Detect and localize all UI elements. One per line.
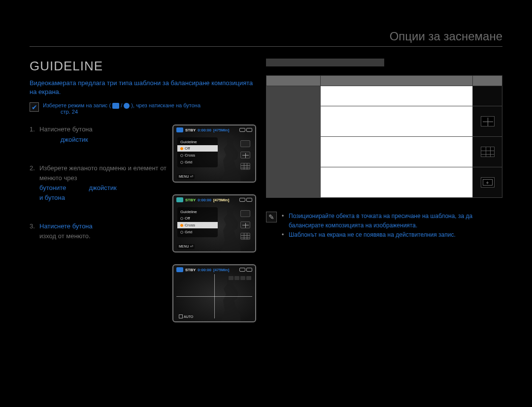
- opt-icon-cell: [473, 86, 502, 106]
- page-ref: стр. 24: [61, 109, 78, 115]
- opt-name: [266, 167, 321, 198]
- preselect-suffix: ), чрез натискане на бутона: [131, 102, 200, 108]
- radio-off-icon: [180, 217, 183, 220]
- photo-mode-icon: [124, 103, 130, 109]
- mode-icons: [112, 103, 119, 109]
- icon-cross: [240, 221, 250, 228]
- mode-icons-2: [124, 103, 130, 109]
- stby-label: STBY: [185, 198, 196, 202]
- menu-item-cross[interactable]: Cross: [177, 152, 218, 158]
- camscreen-menu-off-selected: STBY 0:00:00 [475Min] Guideline Off Cros…: [172, 125, 256, 183]
- section-blurb: Видеокамерата предлага три типа шаблони …: [30, 79, 256, 96]
- notes: ✎ Позиционирайте обекта в точката на пре…: [266, 212, 502, 240]
- menu-item-label: Off: [185, 216, 190, 220]
- step-num: 3.: [30, 221, 36, 241]
- table-row: [266, 86, 502, 106]
- auto-indicator: AUTO: [177, 314, 195, 319]
- table-head-row: [266, 76, 502, 86]
- step2-b: бутоните: [39, 184, 68, 191]
- rec-indicators: [229, 276, 251, 280]
- video-mode-icon: [176, 267, 183, 272]
- step3-a: Натиснете бутона: [39, 222, 93, 230]
- opt-icon-cell: [473, 106, 502, 137]
- sd-icon: [239, 198, 245, 202]
- step-body: Изберете желаното подменю и елемент от м…: [39, 163, 167, 203]
- radio-on-icon: [180, 224, 183, 227]
- indicator-icon: [246, 276, 251, 280]
- table-row: [266, 106, 502, 137]
- chapter-title: Опции за заснемане: [30, 30, 502, 43]
- icon-none: [240, 210, 250, 217]
- osd-menu-title: Guideline: [177, 139, 218, 145]
- step1-b: джойстик: [61, 136, 88, 143]
- step1-a: Натиснете бутона: [39, 125, 93, 133]
- icon-none: [240, 140, 250, 147]
- menu-button[interactable]: MENU ⏎: [177, 174, 195, 179]
- radio-off-icon: [180, 161, 183, 164]
- video-mode-icon: [176, 197, 183, 202]
- opt-name: [266, 106, 321, 137]
- menu-item-off[interactable]: Off: [177, 215, 218, 221]
- step3-b: изход от менюто.: [39, 232, 91, 240]
- menu-item-label: Grid: [185, 230, 192, 234]
- menu-item-grid[interactable]: Grid: [177, 159, 218, 165]
- step2-a: Изберете желаното подменю и елемент от м…: [39, 164, 166, 182]
- remain-label: [475Min]: [213, 268, 229, 272]
- right-column: + ✎ Позиционирайте обекта в точката на п…: [266, 59, 502, 322]
- note-list: Позиционирайте обекта в точката на преси…: [282, 212, 502, 240]
- indicator-icon: [240, 276, 245, 280]
- cam-statusbar: STBY 0:00:00 [475Min]: [176, 127, 252, 132]
- opt-icon-cell: [473, 137, 502, 167]
- preselect-text: Изберете режим на запис ( / ), чрез нати…: [43, 102, 200, 115]
- step-body: Натиснете бутона xxxxxx джойстик: [39, 125, 93, 144]
- opt-icon-cell: +: [473, 167, 502, 198]
- col-icon: [473, 76, 502, 86]
- cam-statusbar: STBY 0:00:00 [475Min]: [176, 267, 252, 272]
- opt-desc: [321, 86, 473, 106]
- menu-item-cross[interactable]: Cross: [177, 222, 218, 228]
- menu-item-grid[interactable]: Grid: [177, 229, 218, 235]
- opt-name: [266, 137, 321, 167]
- icon-cross: [240, 152, 250, 158]
- note-icon: ✎: [266, 212, 277, 222]
- icon-grid: [240, 163, 250, 170]
- step2-d: и бутона: [39, 194, 65, 201]
- menu-preview-icons: [240, 140, 250, 170]
- cam-screens: STBY 0:00:00 [475Min] Guideline Off Cros…: [172, 125, 256, 322]
- radio-off-icon: [180, 154, 183, 157]
- preselect-row: ✔ Изберете режим на запис ( / ), чрез на…: [30, 102, 256, 115]
- preselect-prefix: Изберете режим на запис (: [43, 102, 111, 108]
- step2-c: джойстик: [89, 184, 116, 191]
- cross-icon: [481, 116, 495, 126]
- col-name: [266, 76, 321, 86]
- cam-top-icons: [239, 128, 252, 132]
- steps-text: 1. Натиснете бутона xxxxxx джойстик 2. И…: [30, 125, 167, 322]
- col-desc: [321, 76, 473, 86]
- battery-icon: [246, 198, 252, 202]
- step-num: 2.: [30, 163, 36, 203]
- remain-label: [475Min]: [213, 128, 229, 132]
- video-mode-icon: [112, 103, 119, 109]
- menu-button[interactable]: MENU ⏎: [177, 244, 195, 249]
- radio-on-icon: [180, 147, 183, 150]
- time-label: 0:00:00: [198, 268, 211, 272]
- step-3: 3. Натиснете бутона изход от менюто.: [30, 221, 167, 241]
- step-1: 1. Натиснете бутона xxxxxx джойстик: [30, 125, 167, 144]
- note-item: Позиционирайте обекта в точката на преси…: [282, 212, 502, 230]
- menu-item-off[interactable]: Off: [177, 145, 218, 152]
- menu-item-label: Cross: [185, 153, 195, 157]
- step-num: 1.: [30, 125, 36, 144]
- menu-item-label: Cross: [185, 223, 195, 227]
- hr: [30, 46, 502, 47]
- precheck-icon: ✔: [30, 102, 39, 112]
- menu-preview-icons: [240, 210, 250, 240]
- time-label: 0:00:00: [198, 128, 211, 132]
- icon-grid: [240, 233, 250, 240]
- step-body: Натиснете бутона изход от менюто.: [39, 221, 93, 241]
- safety-zone-icon: +: [481, 177, 495, 188]
- sd-icon: [239, 268, 245, 272]
- camscreen-live-cross: STBY 0:00:00 [475Min]: [172, 264, 256, 322]
- osd-menu: Guideline Off Cross Grid: [177, 137, 218, 167]
- opt-desc: [321, 137, 473, 167]
- stby-label: STBY: [185, 268, 196, 272]
